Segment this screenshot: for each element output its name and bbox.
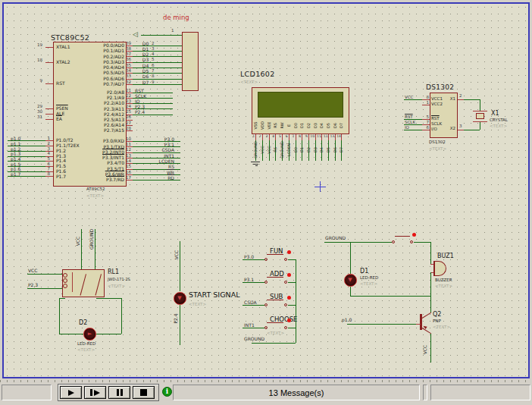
- play-button[interactable]: [60, 386, 82, 399]
- pin-name: P2.1/A9: [76, 96, 124, 100]
- wire: [27, 274, 62, 275]
- net-label: D0: [293, 137, 297, 163]
- wire: [350, 296, 430, 297]
- pushbutton-terminal: [392, 240, 395, 243]
- net-label: GROUND: [325, 236, 346, 240]
- pin-name: P2.4/A12: [76, 112, 124, 117]
- header-connector[interactable]: [182, 32, 199, 91]
- info-icon[interactable]: [162, 387, 172, 397]
- crystal-plate: [473, 111, 487, 111]
- connector-pin-number: 4: [152, 52, 159, 57]
- pushbutton-terminal: [284, 258, 287, 261]
- pin-name: P1.7: [56, 174, 66, 179]
- net-label: IO: [405, 126, 421, 130]
- connector-pin-number: 8: [152, 74, 159, 79]
- connector-pin-number: 2: [152, 42, 159, 46]
- d1-ref: D1: [360, 268, 368, 275]
- pin-name: P2.2/A10: [76, 101, 124, 105]
- net-label: D6: [333, 137, 336, 163]
- connector-pin-number: 3: [152, 47, 159, 52]
- net-label: SCLK: [405, 121, 421, 125]
- led-arrow-icon: ►: [84, 331, 95, 337]
- net-label: D2: [306, 137, 310, 163]
- net-label: VCC: [405, 96, 421, 100]
- pin-name: EA: [56, 117, 62, 121]
- pushbutton-actuator[interactable]: [267, 300, 283, 300]
- crystal-x1[interactable]: [476, 113, 484, 120]
- net-label: P2.3: [135, 105, 167, 109]
- pin: [458, 99, 464, 100]
- net-label: P2.4: [135, 110, 167, 115]
- transistor-q2[interactable]: [420, 314, 422, 330]
- connector-pin-number: 6: [152, 64, 159, 68]
- logic-state-dot: [287, 273, 291, 277]
- pushbutton-row[interactable]: FUN P3.0: [243, 246, 299, 269]
- lcd-pin-column: D0 7 D0: [292, 118, 299, 164]
- wire: [121, 298, 122, 334]
- wire: [252, 343, 296, 344]
- led-start-signal[interactable]: ▼: [174, 292, 186, 305]
- pushbutton-terminal: [264, 303, 268, 306]
- rl1-text-placeholder: <TEXT>: [108, 284, 125, 289]
- pin-name: P3.2/INT0: [76, 150, 124, 155]
- buz1-ref: BUZ1: [437, 253, 454, 259]
- wire: [59, 334, 83, 334]
- net-label: LCDEN: [140, 159, 174, 164]
- step-button[interactable]: [84, 386, 106, 399]
- pushbutton-row[interactable]: ADD P3.1: [243, 269, 299, 292]
- rl1-value: JWD-171-2S: [108, 278, 130, 281]
- pin: [422, 105, 430, 105]
- pushbutton-actuator[interactable]: [267, 277, 283, 278]
- wire: [480, 99, 480, 111]
- lcd-pin-column: D2 9 D2: [305, 118, 312, 164]
- stop-button[interactable]: [133, 386, 155, 399]
- q2-text-placeholder: <TEXT>: [433, 325, 450, 330]
- led-arrow-icon: ▼: [174, 296, 186, 301]
- pushbutton-actuator[interactable]: [267, 254, 283, 255]
- wire: [243, 328, 265, 328]
- pin-name: P3.0/RXD: [76, 139, 124, 143]
- lcd-pin-column: VDD 2 VCC: [259, 118, 266, 164]
- net-label: VCC: [261, 137, 264, 163]
- pin: [45, 119, 53, 120]
- pin-name: P3.4/T0: [76, 161, 124, 165]
- mcu-value: AT89C52: [86, 187, 105, 192]
- statusbar-right-panel: [430, 385, 530, 400]
- pin-number: 29: [35, 105, 42, 109]
- ground-symbol: [251, 162, 260, 162]
- net-label: D1: [138, 47, 153, 52]
- pin-number: 31: [35, 115, 42, 120]
- pushbutton-actuator[interactable]: [395, 236, 410, 237]
- net-label: p1.0: [342, 318, 352, 322]
- led-d1[interactable]: ▼: [344, 274, 357, 287]
- led-d2[interactable]: ►: [83, 328, 96, 341]
- pin: [422, 130, 430, 130]
- pin-name: P0.2/AD2: [76, 55, 124, 59]
- pin-name: P2.7/A15: [76, 128, 124, 133]
- net-label: GROUND: [89, 230, 94, 250]
- relay-core: [72, 272, 73, 292]
- pushbutton-actuator[interactable]: [267, 322, 283, 323]
- connector-label: de ming: [163, 14, 189, 21]
- pin-name: P2.3/A11: [76, 107, 124, 111]
- net-label: GROUND: [244, 337, 264, 341]
- buz1-text-placeholder: <TEXT>: [435, 284, 452, 289]
- key-buttons: FUN P3.0 ADD P3.1 SUB CSDA CHOOSE INT1: [243, 246, 299, 338]
- statusbar-separator: [423, 385, 427, 400]
- net-label: VCC: [174, 246, 179, 263]
- pushbutton-row[interactable]: SUB CSDA: [243, 292, 299, 315]
- pin-name: X1: [443, 97, 455, 102]
- pin-name: VDD: [261, 116, 264, 136]
- wire: [243, 259, 265, 260]
- net-label: D7: [340, 137, 343, 163]
- net-label: RST: [135, 89, 167, 93]
- pin-name: VCC2: [431, 102, 443, 107]
- wire: [141, 35, 182, 36]
- net-label: VCC: [76, 233, 80, 250]
- q2-ref: Q2: [433, 312, 441, 318]
- pin: [416, 324, 421, 325]
- net-label: D3: [138, 58, 153, 62]
- pause-button[interactable]: [108, 386, 130, 399]
- pin-name: P0.0/AD0: [76, 43, 124, 48]
- pin-name: X2: [443, 127, 455, 131]
